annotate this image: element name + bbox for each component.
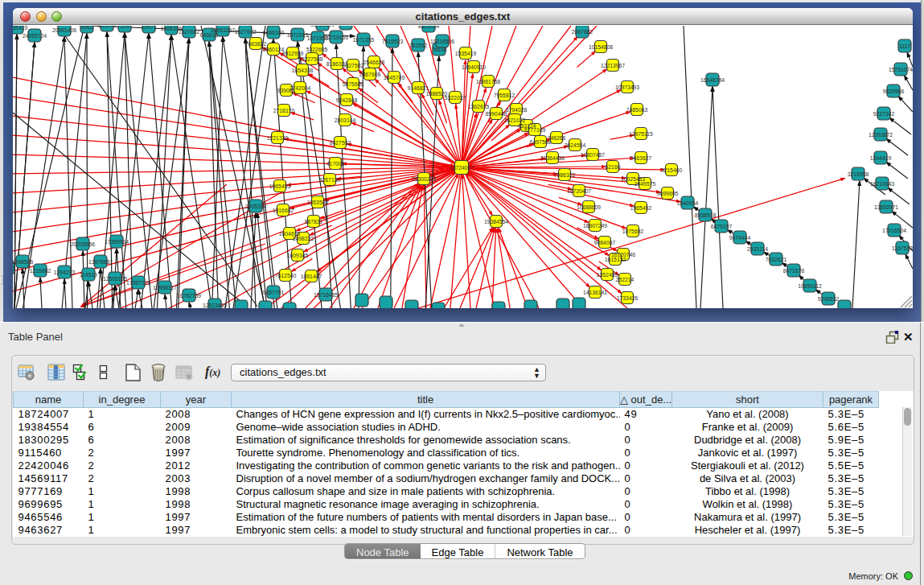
svg-text:18724007: 18724007 xyxy=(450,165,474,171)
svg-text:417006: 417006 xyxy=(326,161,345,167)
svg-text:17359914: 17359914 xyxy=(105,239,129,245)
svg-text:7955812: 7955812 xyxy=(494,93,515,98)
svg-text:252214: 252214 xyxy=(616,277,634,282)
svg-text:18640910: 18640910 xyxy=(462,64,486,70)
svg-text:9829966: 9829966 xyxy=(883,89,905,94)
svg-text:8990448: 8990448 xyxy=(486,111,507,117)
svg-text:114519: 114519 xyxy=(80,272,97,278)
svg-text:7612540: 7612540 xyxy=(275,273,297,278)
svg-text:1352485: 1352485 xyxy=(597,272,618,278)
svg-text:9463627: 9463627 xyxy=(630,155,652,161)
svg-text:1535419: 1535419 xyxy=(13,26,27,31)
svg-text:8912959: 8912959 xyxy=(282,51,304,56)
svg-text:3624554: 3624554 xyxy=(565,142,586,148)
svg-text:9245632: 9245632 xyxy=(818,296,840,302)
svg-text:1167533: 1167533 xyxy=(892,245,913,251)
svg-text:14136141: 14136141 xyxy=(583,290,607,295)
svg-text:7632621: 7632621 xyxy=(766,257,787,262)
svg-text:6466160: 6466160 xyxy=(263,30,285,35)
svg-text:12923485: 12923485 xyxy=(203,303,227,308)
svg-text:9962: 9962 xyxy=(80,26,92,30)
svg-text:1294273: 1294273 xyxy=(54,270,76,275)
svg-text:3267130: 3267130 xyxy=(319,177,341,183)
svg-text:5875685: 5875685 xyxy=(343,81,364,87)
svg-text:8471676: 8471676 xyxy=(783,268,805,274)
svg-text:16648784: 16648784 xyxy=(700,77,725,83)
svg-text:20691406: 20691406 xyxy=(52,27,76,33)
svg-text:1733426: 1733426 xyxy=(617,295,639,301)
svg-text:1615132: 1615132 xyxy=(605,257,626,262)
svg-text:1244419: 1244419 xyxy=(870,155,892,161)
svg-text:1353584: 1353584 xyxy=(307,200,329,205)
svg-text:1117: 1117 xyxy=(899,43,910,49)
svg-text:76638: 76638 xyxy=(432,47,447,52)
svg-text:3215958: 3215958 xyxy=(848,171,869,177)
svg-text:62160: 62160 xyxy=(606,164,621,170)
svg-text:19384554: 19384554 xyxy=(484,219,508,225)
svg-text:7986322: 7986322 xyxy=(554,172,576,178)
svg-text:6794028: 6794028 xyxy=(506,107,528,113)
svg-text:5322037: 5322037 xyxy=(445,95,466,101)
svg-text:16033809: 16033809 xyxy=(310,26,335,27)
svg-text:12975115: 12975115 xyxy=(629,131,653,137)
svg-text:25300295: 25300295 xyxy=(412,176,436,182)
svg-text:10653267: 10653267 xyxy=(211,27,235,33)
svg-text:751552: 751552 xyxy=(409,43,428,48)
svg-text:9777169: 9777169 xyxy=(524,127,546,133)
svg-text:9215460: 9215460 xyxy=(661,167,683,173)
svg-text:1075692: 1075692 xyxy=(622,229,644,234)
svg-text:1215682: 1215682 xyxy=(30,268,51,274)
svg-text:9242848: 9242848 xyxy=(336,97,358,103)
svg-text:15716485: 15716485 xyxy=(314,292,338,298)
svg-text:39151: 39151 xyxy=(13,266,16,271)
svg-text:10973493: 10973493 xyxy=(615,84,639,90)
svg-text:16210643: 16210643 xyxy=(870,181,894,187)
svg-text:20206556: 20206556 xyxy=(71,241,95,247)
svg-text:1071915: 1071915 xyxy=(287,32,309,38)
svg-text:9699695: 9699695 xyxy=(657,191,679,196)
svg-text:1965493: 1965493 xyxy=(269,183,291,189)
svg-text:3845749: 3845749 xyxy=(384,75,405,80)
svg-text:7485063: 7485063 xyxy=(626,107,648,113)
svg-text:9084067: 9084067 xyxy=(594,240,616,245)
svg-text:2803144: 2803144 xyxy=(335,117,356,123)
svg-text:9327502: 9327502 xyxy=(343,63,364,68)
svg-text:1221330: 1221330 xyxy=(267,135,289,141)
svg-text:12093872: 12093872 xyxy=(869,132,893,138)
svg-text:746266: 746266 xyxy=(548,135,566,141)
svg-text:1535419: 1535419 xyxy=(455,51,477,56)
svg-text:10719155: 10719155 xyxy=(324,35,348,40)
svg-text:5322605: 5322605 xyxy=(306,47,328,52)
svg-text:939061: 939061 xyxy=(277,88,296,93)
svg-text:1654338: 1654338 xyxy=(292,68,314,73)
svg-text:9146821: 9146821 xyxy=(408,85,429,91)
svg-text:1671355: 1671355 xyxy=(353,37,375,43)
svg-text:8427552: 8427552 xyxy=(330,140,351,146)
svg-text:1498222: 1498222 xyxy=(293,236,314,241)
svg-text:9227342: 9227342 xyxy=(873,111,895,117)
svg-text:1248506: 1248506 xyxy=(13,259,33,265)
svg-text:17016504: 17016504 xyxy=(882,228,906,233)
svg-text:6479197: 6479197 xyxy=(711,224,733,229)
svg-text:163394: 163394 xyxy=(98,26,117,28)
svg-text:7663822: 7663822 xyxy=(245,41,267,47)
svg-text:10971: 10971 xyxy=(142,26,157,30)
svg-text:10154808: 10154808 xyxy=(589,44,613,50)
svg-text:17957225: 17957225 xyxy=(126,280,150,286)
svg-text:10654112: 10654112 xyxy=(798,283,822,289)
svg-text:1609345: 1609345 xyxy=(287,253,309,258)
svg-text:13975887: 13975887 xyxy=(88,259,113,265)
svg-text:2505334: 2505334 xyxy=(245,204,267,209)
svg-text:21364436: 21364436 xyxy=(540,155,565,161)
svg-text:1527602: 1527602 xyxy=(179,29,200,35)
svg-text:12505135: 12505135 xyxy=(103,276,127,282)
svg-text:24055724: 24055724 xyxy=(23,33,47,39)
svg-text:1640954: 1640954 xyxy=(677,200,699,206)
svg-text:2546618: 2546618 xyxy=(363,60,385,65)
svg-text:8938918: 8938918 xyxy=(695,212,717,218)
svg-text:2367608: 2367608 xyxy=(359,72,381,77)
svg-text:10807487: 10807487 xyxy=(581,152,605,158)
svg-text:1691447: 1691447 xyxy=(301,274,322,279)
svg-text:13692971: 13692971 xyxy=(874,204,898,210)
svg-text:9457791: 9457791 xyxy=(263,290,285,295)
